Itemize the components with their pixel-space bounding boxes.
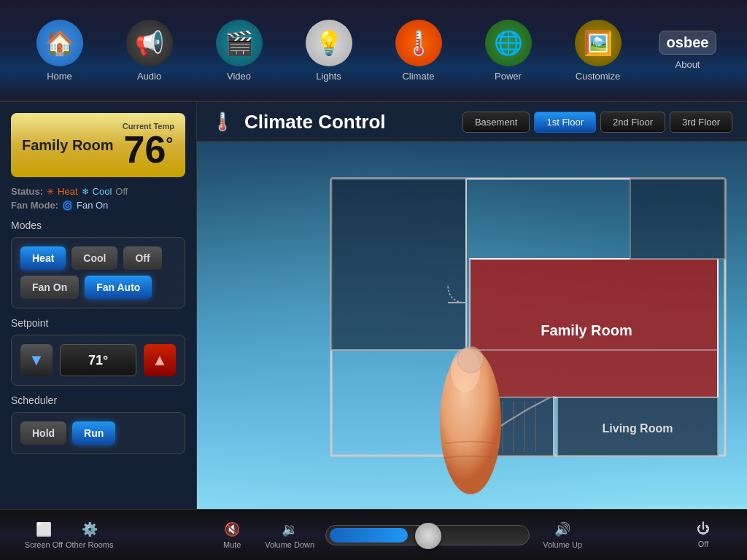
nav-item-video[interactable]: 🎬 Video: [210, 20, 268, 82]
osbee-logo: osbee: [659, 31, 717, 55]
status-cool: Cool: [93, 186, 112, 197]
status-heat: Heat: [58, 186, 77, 197]
setpoint-section-label: Setpoint: [11, 317, 185, 329]
room-name: Family Room: [22, 136, 114, 154]
svg-rect-15: [630, 179, 725, 259]
scheduler-section-label: Scheduler: [11, 394, 185, 406]
modes-section-label: Modes: [11, 219, 185, 231]
home-icon: 🏠: [36, 20, 83, 66]
nav-label-home: Home: [47, 71, 72, 82]
nav-item-climate[interactable]: 🌡️ Climate: [390, 20, 448, 82]
power-icon: 🌐: [485, 20, 532, 66]
volume-slider-fill: [330, 528, 408, 542]
screen-off-button[interactable]: ⬜ Screen Off: [22, 521, 66, 549]
climate-title: Climate Control: [244, 111, 452, 133]
temperature-section: Current Temp 76°: [123, 122, 174, 168]
first-floor-tab[interactable]: 1st Floor: [534, 112, 596, 133]
hold-button[interactable]: Hold: [20, 421, 66, 445]
mute-label: Mute: [223, 540, 241, 549]
nav-label-about: About: [676, 59, 700, 70]
volume-slider-thumb[interactable]: [415, 523, 441, 549]
cool-button[interactable]: Cool: [71, 246, 117, 270]
customize-icon: 🖼️: [575, 20, 622, 66]
svg-rect-3: [331, 179, 466, 350]
modes-group: Heat Cool Off Fan On Fan Auto: [11, 237, 185, 308]
status-label: Status:: [11, 186, 43, 197]
power-off-button[interactable]: ⏻ Off: [681, 521, 725, 548]
mute-icon: 🔇: [224, 521, 240, 537]
left-panel: Family Room Current Temp 76° Status: ✳ H…: [0, 102, 197, 509]
off-button[interactable]: Off: [123, 246, 161, 270]
nav-label-lights: Lights: [316, 71, 341, 82]
mute-button[interactable]: 🔇 Mute: [210, 521, 254, 549]
heat-button[interactable]: Heat: [20, 246, 66, 270]
nav-item-customize[interactable]: 🖼️ Customize: [569, 20, 627, 82]
bottom-bar: ⬜ Screen Off ⚙️ Other Rooms 🔇 Mute 🔉 Vol…: [0, 509, 747, 560]
nav-label-climate: Climate: [402, 71, 434, 82]
nav-item-lights[interactable]: 💡 Lights: [300, 20, 358, 82]
volume-slider[interactable]: [325, 525, 530, 545]
setpoint-up-button[interactable]: ▲: [144, 344, 176, 376]
volume-up-button[interactable]: 🔊 Volume Up: [541, 521, 584, 549]
status-line: Status: ✳ Heat ❄ Cool Off: [11, 186, 185, 197]
floor-tabs: Basement 1st Floor 2nd Floor 3rd Floor: [462, 112, 732, 133]
mode-buttons-row2: Fan On Fan Auto: [20, 276, 176, 299]
temperature-value: 76°: [123, 131, 174, 168]
status-off: Off: [115, 186, 128, 197]
fan-on-button[interactable]: Fan On: [20, 276, 79, 299]
temperature-display: Family Room Current Temp 76°: [11, 113, 185, 177]
screen-off-label: Screen Off: [25, 540, 63, 549]
basement-tab[interactable]: Basement: [462, 112, 530, 133]
top-navigation: 🏠 Home 📢 Audio 🎬 Video 💡 Lights 🌡️ Clima…: [0, 0, 747, 102]
power-off-label: Off: [698, 540, 708, 548]
nav-item-home[interactable]: 🏠 Home: [31, 20, 89, 82]
nav-item-audio[interactable]: 📢 Audio: [120, 20, 179, 82]
nav-label-customize: Customize: [576, 71, 620, 82]
third-floor-tab[interactable]: 3rd Floor: [670, 112, 732, 133]
right-content: 🌡️ Climate Control Basement 1st Floor 2n…: [197, 102, 747, 509]
fan-mode-label: Fan Mode:: [11, 200, 58, 211]
climate-icon: 🌡️: [395, 20, 442, 66]
heat-icon-small: ✳: [47, 187, 54, 197]
run-button[interactable]: Run: [72, 421, 115, 445]
living-room-label: Living Room: [603, 422, 673, 435]
status-block: Status: ✳ Heat ❄ Cool Off Fan Mode: 🌀 Fa…: [11, 186, 185, 211]
setpoint-down-button[interactable]: ▼: [20, 344, 53, 376]
scheduler-buttons-row: Hold Run: [20, 421, 176, 445]
second-floor-tab[interactable]: 2nd Floor: [600, 112, 665, 133]
volume-up-icon: 🔊: [554, 521, 570, 537]
family-room-label: Family Room: [541, 322, 632, 338]
volume-down-button[interactable]: 🔉 Volume Down: [265, 521, 314, 549]
mode-buttons-row1: Heat Cool Off: [20, 246, 176, 270]
floor-plan-svg: Family Room Living Room: [324, 171, 732, 478]
setpoint-group: ▼ 71° ▲: [11, 335, 185, 386]
screen-off-icon: ⬜: [36, 521, 52, 537]
power-icon: ⏻: [697, 521, 710, 537]
nav-item-about[interactable]: osbee About: [659, 31, 717, 70]
video-icon: 🎬: [216, 20, 263, 66]
floor-plan[interactable]: Family Room Living Room: [197, 142, 747, 509]
main-content: Family Room Current Temp 76° Status: ✳ H…: [0, 102, 747, 509]
volume-down-label: Volume Down: [265, 540, 314, 549]
lights-icon: 💡: [306, 20, 352, 66]
volume-area: 🔇 Mute 🔉 Volume Down 🔊 Volume Up: [113, 521, 681, 549]
svg-rect-4: [470, 397, 554, 456]
fan-mode-value: Fan On: [77, 200, 108, 211]
other-rooms-button[interactable]: ⚙️ Other Rooms: [66, 521, 113, 549]
cool-icon-small: ❄: [82, 187, 89, 197]
chevron-up-icon: ▲: [152, 351, 168, 370]
fan-mode-line: Fan Mode: 🌀 Fan On: [11, 200, 185, 211]
nav-label-video: Video: [227, 71, 251, 82]
other-rooms-label: Other Rooms: [66, 540, 113, 549]
volume-up-label: Volume Up: [543, 540, 582, 549]
audio-icon: 📢: [126, 20, 173, 66]
nav-item-power[interactable]: 🌐 Power: [479, 20, 538, 82]
chevron-down-icon: ▼: [28, 351, 44, 370]
nav-label-audio: Audio: [137, 71, 161, 82]
fan-auto-button[interactable]: Fan Auto: [85, 276, 152, 299]
climate-title-icon: 🌡️: [212, 112, 233, 132]
scheduler-group: Hold Run: [11, 412, 185, 454]
volume-down-icon: 🔉: [282, 521, 298, 537]
setpoint-value: 71°: [60, 344, 136, 376]
nav-label-power: Power: [495, 71, 522, 82]
